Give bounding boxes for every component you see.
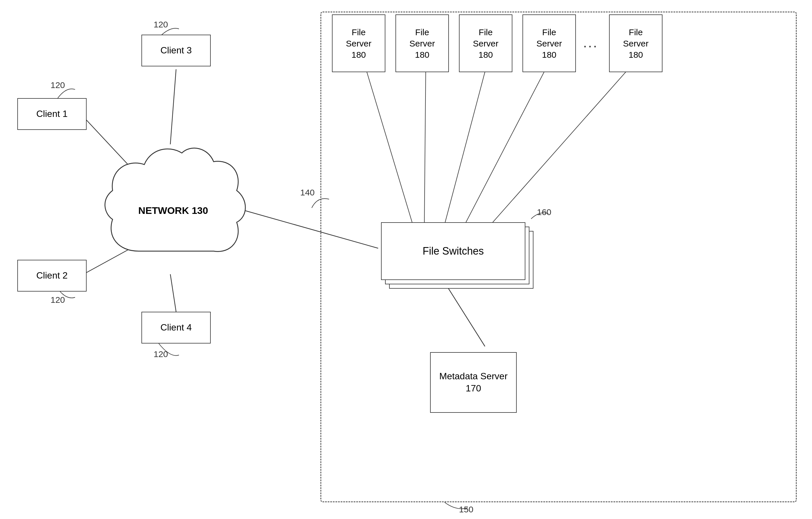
client3-label: Client 3 — [161, 45, 192, 57]
label-160: 160 — [537, 207, 551, 217]
client2-label: Client 2 — [36, 269, 68, 282]
metadata-server-box: Metadata Server 170 — [430, 352, 517, 413]
label-120-client1: 120 — [51, 80, 65, 90]
network-label: NETWORK 130 — [138, 205, 208, 216]
label-120-client3: 120 — [153, 20, 168, 29]
client3-box: Client 3 — [141, 35, 211, 66]
file-server-4-label: FileServer180 — [536, 27, 562, 60]
file-server-3-label: FileServer180 — [473, 27, 498, 60]
file-server-2-label: FileServer180 — [409, 27, 435, 60]
network-cloud: NETWORK 130 — [95, 141, 251, 280]
file-server-1-label: FileServer180 — [346, 27, 371, 60]
label-140: 140 — [300, 188, 315, 197]
client1-label: Client 1 — [36, 108, 68, 120]
file-server-4: FileServer180 — [522, 15, 576, 72]
label-120-client4: 120 — [153, 349, 168, 359]
label-150: 150 — [459, 504, 473, 514]
file-server-5-label: FileServer180 — [623, 27, 648, 60]
diagram-container: NETWORK 130 Client 1 Client 2 Client 3 C… — [0, 0, 812, 519]
client2-box: Client 2 — [17, 260, 87, 292]
file-server-2: FileServer180 — [396, 15, 449, 72]
file-server-3: FileServer180 — [459, 15, 512, 72]
file-switches-label: File Switches — [423, 244, 484, 258]
file-server-5: FileServer180 — [609, 15, 663, 72]
file-switches-main: File Switches — [381, 222, 525, 280]
client4-label: Client 4 — [161, 322, 192, 334]
ellipsis: ... — [583, 35, 598, 51]
client4-box: Client 4 — [141, 312, 211, 344]
metadata-server-label: Metadata Server 170 — [431, 370, 516, 394]
file-server-1: FileServer180 — [332, 15, 385, 72]
label-120-client2: 120 — [51, 295, 65, 305]
client1-box: Client 1 — [17, 98, 87, 130]
